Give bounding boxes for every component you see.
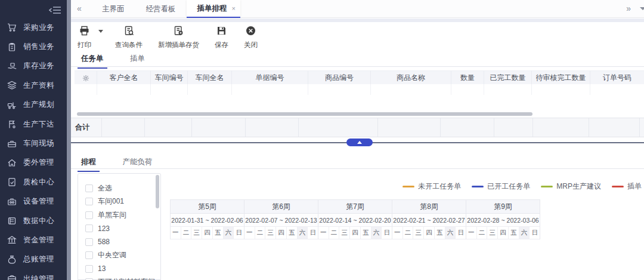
day-cell[interactable]: 六 <box>371 227 382 239</box>
sidebar-item-equipment[interactable]: 设备管理 <box>0 192 67 211</box>
sidebar-item-quality[interactable]: 质检中心 <box>0 173 67 192</box>
day-cell[interactable]: 一 <box>244 227 255 239</box>
sidebar-item-sales[interactable]: 销售业务 <box>0 37 67 56</box>
day-cell[interactable]: 一 <box>466 227 477 239</box>
sidebar-item-funds[interactable]: 资金管理 <box>0 230 67 250</box>
day-cell[interactable]: 六 <box>445 227 456 239</box>
column-header[interactable]: 待审核完工数量 <box>532 71 590 85</box>
day-cell[interactable]: 四 <box>276 227 287 239</box>
tab-task-order[interactable]: 任务单 <box>78 54 107 69</box>
day-cell[interactable]: 一 <box>392 227 403 239</box>
day-cell[interactable]: 三 <box>339 227 350 239</box>
column-header[interactable]: 车间编号 <box>151 71 188 85</box>
checkbox[interactable] <box>85 251 93 259</box>
day-cell[interactable]: 四 <box>424 227 435 239</box>
tab-list-dropdown-icon[interactable] <box>640 7 644 10</box>
filter-item[interactable]: 单黑车间 <box>85 208 160 222</box>
close-button[interactable]: 关闭 <box>244 25 258 50</box>
day-cell[interactable]: 五 <box>213 227 224 239</box>
day-cell[interactable]: 三 <box>191 227 202 239</box>
tab-scheduling[interactable]: 排程 <box>78 157 100 172</box>
scroll-tabs-left-icon[interactable]: « <box>77 4 82 13</box>
checkbox[interactable] <box>85 238 93 246</box>
column-header[interactable]: 客户全名 <box>97 71 151 85</box>
add-insert-inventory-button[interactable]: 新增插单存货 <box>158 25 199 50</box>
day-cell[interactable]: 二 <box>181 227 192 239</box>
sidebar-item-production-planning[interactable]: 生产规划 <box>0 96 67 115</box>
sidebar-item-workshop[interactable]: 车间现场 <box>0 134 67 153</box>
save-button[interactable]: 保存 <box>215 25 228 50</box>
tab-main-screen[interactable]: 主界面 <box>91 0 135 18</box>
legend-item-started[interactable]: 已开工任务单 <box>472 181 530 192</box>
checkbox[interactable] <box>85 211 93 219</box>
column-header[interactable]: 车间全名 <box>188 71 232 85</box>
day-cell[interactable]: 三 <box>487 227 498 239</box>
day-cell[interactable]: 三 <box>265 227 276 239</box>
day-cell[interactable]: 五 <box>435 227 445 239</box>
day-cell[interactable]: 六 <box>224 227 234 239</box>
filter-scrollbar[interactable] <box>156 175 159 208</box>
checkbox[interactable] <box>85 184 93 192</box>
day-cell[interactable]: 一 <box>171 227 181 239</box>
tab-insert-order[interactable]: 插单 <box>126 54 148 67</box>
day-cell[interactable]: 六 <box>519 227 530 239</box>
sidebar-item-cashier[interactable]: 出纳管理 <box>0 269 67 280</box>
collapse-sidebar-icon[interactable] <box>49 5 62 16</box>
day-cell[interactable]: 四 <box>498 227 509 239</box>
tab-capacity-load[interactable]: 产能负荷 <box>119 157 156 171</box>
column-header[interactable]: 商品名称 <box>371 71 451 85</box>
sidebar-item-ledger[interactable]: 总账管理 <box>0 250 67 269</box>
sidebar-item-purchase[interactable]: 采购业务 <box>0 18 67 37</box>
column-settings-gear-icon[interactable] <box>75 71 97 85</box>
day-cell[interactable]: 四 <box>202 227 213 239</box>
day-cell[interactable]: 二 <box>403 227 414 239</box>
sidebar-item-inventory[interactable]: 库存业务 <box>0 57 67 76</box>
filter-item[interactable]: 车间001 <box>85 195 160 209</box>
filter-item[interactable]: 不可分割材料车间 <box>85 276 160 280</box>
checkbox[interactable] <box>85 224 93 232</box>
day-cell[interactable]: 日 <box>308 227 318 239</box>
day-cell[interactable]: 二 <box>477 227 488 239</box>
sidebar-item-production-data[interactable]: 生产资料 <box>0 76 67 95</box>
day-cell[interactable]: 二 <box>255 227 266 239</box>
collapse-grid-button[interactable] <box>346 139 373 146</box>
day-cell[interactable]: 四 <box>350 227 361 239</box>
column-header[interactable]: 数量 <box>451 71 484 85</box>
day-cell[interactable]: 五 <box>361 227 371 239</box>
sidebar-scrollbar[interactable] <box>67 0 71 280</box>
column-header[interactable]: 订单号码 <box>590 71 644 85</box>
column-header[interactable]: 已完工数量 <box>484 71 532 85</box>
day-cell[interactable]: 日 <box>382 227 392 239</box>
day-cell[interactable]: 日 <box>456 227 466 239</box>
sidebar-item-production-release[interactable]: 生产下达 <box>0 115 67 134</box>
day-cell[interactable]: 五 <box>287 227 298 239</box>
day-cell[interactable]: 三 <box>413 227 424 239</box>
legend-item-insert-order[interactable]: 插单 <box>612 181 642 192</box>
filter-item[interactable]: 588 <box>85 235 160 249</box>
legend-item-mrp-suggestion[interactable]: MRP生产建议 <box>541 181 601 192</box>
day-cell[interactable]: 日 <box>530 227 540 239</box>
day-cell[interactable]: 六 <box>298 227 308 239</box>
query-conditions-button[interactable]: 查询条件 <box>115 25 143 50</box>
horizontal-scrollbar[interactable] <box>77 112 532 116</box>
day-cell[interactable]: 日 <box>234 227 244 239</box>
column-header[interactable]: 商品编号 <box>308 71 371 85</box>
checkbox[interactable] <box>85 265 93 273</box>
close-tab-icon[interactable]: × <box>232 5 236 12</box>
legend-item-not-started[interactable]: 未开工任务单 <box>402 181 461 192</box>
scroll-tabs-right-icon[interactable]: » <box>626 4 631 13</box>
print-dropdown-icon[interactable] <box>98 30 103 33</box>
sidebar-item-data-center[interactable]: 数据中心 <box>0 211 67 230</box>
checkbox[interactable] <box>85 198 93 205</box>
filter-item[interactable]: 中央空调 <box>85 249 160 263</box>
tab-insert-scheduling[interactable]: 插单排程 × <box>187 0 240 18</box>
day-cell[interactable]: 五 <box>509 227 519 239</box>
filter-item[interactable]: 123 <box>85 222 160 236</box>
filter-item[interactable]: 13 <box>85 262 160 276</box>
filter-item-select-all[interactable]: 全选 <box>85 181 160 195</box>
column-header[interactable]: 单据编号 <box>232 71 308 85</box>
day-cell[interactable]: 一 <box>318 227 329 239</box>
day-cell[interactable]: 二 <box>329 227 340 239</box>
sidebar-item-outsourcing[interactable]: 委外管理 <box>0 153 67 173</box>
print-button[interactable]: 打印 <box>78 25 91 50</box>
